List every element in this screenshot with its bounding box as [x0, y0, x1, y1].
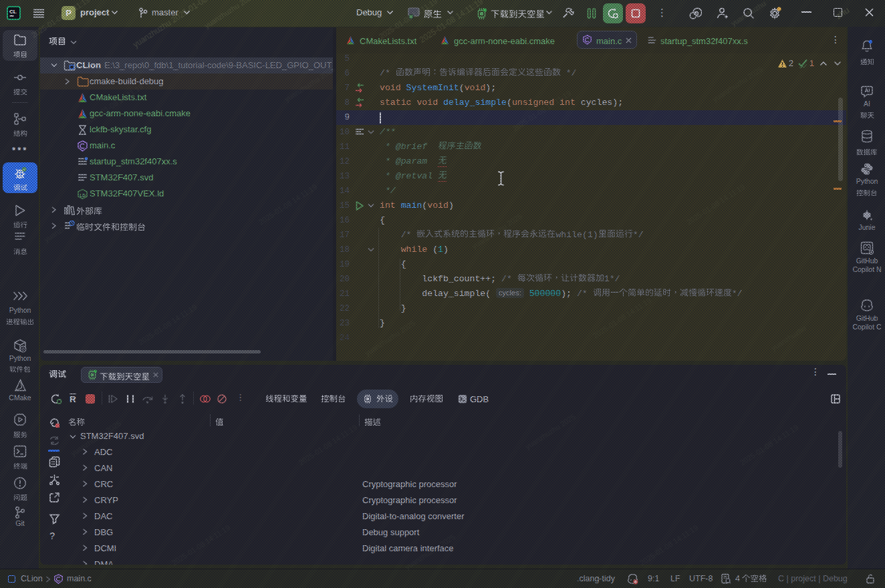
svg-text:CL: CL	[9, 9, 17, 15]
svg-text:LD: LD	[80, 193, 86, 198]
